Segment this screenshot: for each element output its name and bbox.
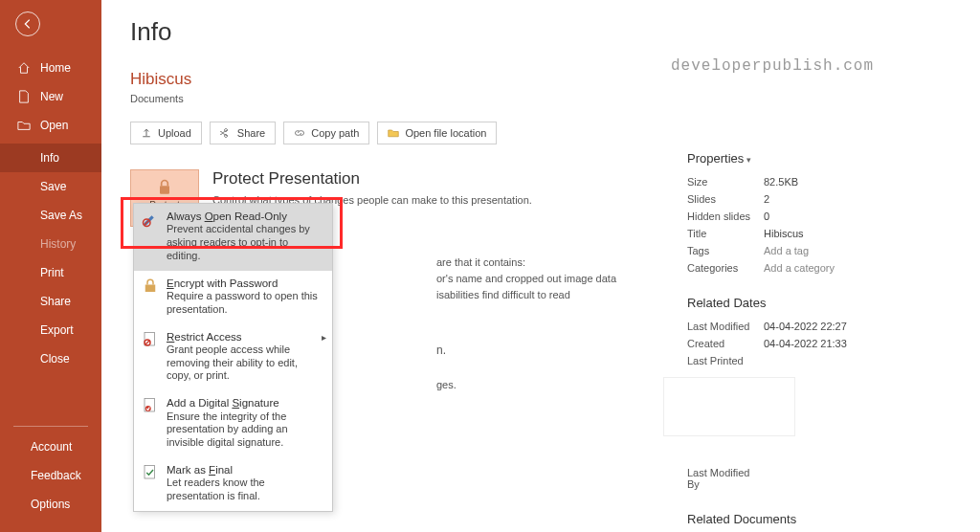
read-only-icon <box>142 211 159 228</box>
related-dates-heading: Related Dates <box>687 296 980 310</box>
button-label: Upload <box>158 127 191 139</box>
sidebar-label: Home <box>40 61 71 75</box>
restrict-icon <box>142 331 159 348</box>
button-label: Share <box>237 127 265 139</box>
sidebar-item-info[interactable]: Info <box>0 144 101 172</box>
sidebar-label: Open <box>40 119 68 132</box>
link-icon <box>294 127 305 139</box>
backstage-sidebar: Home New Open Info Save Save As History … <box>0 0 101 532</box>
menu-item-encrypt-with-password[interactable]: Encrypt with Password Require a password… <box>134 271 332 324</box>
sidebar-label: Info <box>40 151 59 165</box>
sidebar-label: Save As <box>40 209 82 222</box>
prop-hidden: 0 <box>764 211 769 222</box>
sidebar-item-options[interactable]: Options <box>0 490 101 519</box>
prop-last-modified: 04-04-2022 22:27 <box>764 321 847 332</box>
obscured-text: are that it contains: or's name and crop… <box>436 255 616 393</box>
protect-heading: Protect Presentation <box>212 169 532 188</box>
menu-item-add-digital-signature[interactable]: Add a Digital Signature Ensure the integ… <box>134 390 332 457</box>
sidebar-item-export[interactable]: Export <box>0 316 101 344</box>
command-bar: Upload Share Copy path Open file locatio… <box>130 122 980 144</box>
svg-rect-9 <box>145 465 155 478</box>
upload-icon <box>141 127 152 139</box>
lock-icon <box>155 178 174 197</box>
sidebar-label: Share <box>40 295 71 308</box>
menu-item-always-open-read-only[interactable]: Always Open Read-Only Prevent accidental… <box>134 204 332 271</box>
document-path: Documents <box>130 93 980 104</box>
sidebar-item-feedback[interactable]: Feedback <box>0 461 101 490</box>
prop-tags[interactable]: Add a tag <box>764 245 809 256</box>
home-icon <box>17 61 31 75</box>
upload-button[interactable]: Upload <box>130 122 202 144</box>
prop-size: 82.5KB <box>764 176 798 188</box>
encrypt-icon <box>142 277 159 295</box>
svg-rect-3 <box>145 284 156 292</box>
sidebar-label: New <box>40 90 63 103</box>
prop-categories[interactable]: Add a category <box>764 262 835 274</box>
sidebar-separator <box>13 426 88 427</box>
related-documents-heading: Related Documents <box>687 512 980 526</box>
sidebar-item-new[interactable]: New <box>0 82 101 111</box>
new-icon <box>17 90 31 103</box>
author-placeholder <box>663 377 795 436</box>
properties-heading[interactable]: Properties <box>687 151 980 166</box>
menu-item-mark-as-final[interactable]: Mark as Final Let readers know the prese… <box>134 457 332 511</box>
sidebar-item-account[interactable]: Account <box>0 432 101 461</box>
prop-created: 04-04-2022 21:33 <box>764 338 847 349</box>
sidebar-item-save[interactable]: Save <box>0 172 101 201</box>
properties-panel: Properties Size82.5KB Slides2 Hidden sli… <box>687 151 980 532</box>
watermark: developerpublish.com <box>671 57 874 75</box>
share-button[interactable]: Share <box>210 122 276 144</box>
open-file-location-button[interactable]: Open file location <box>377 122 497 144</box>
sidebar-item-saveas[interactable]: Save As <box>0 201 101 230</box>
open-icon <box>17 119 31 132</box>
back-button[interactable] <box>15 11 40 36</box>
button-label: Open file location <box>405 127 486 139</box>
sidebar-label: Export <box>40 323 74 337</box>
arrow-left-icon <box>21 17 34 31</box>
sidebar-item-close[interactable]: Close <box>0 344 101 373</box>
share-icon <box>220 127 232 139</box>
sidebar-label: History <box>40 237 76 251</box>
button-label: Copy path <box>311 127 359 139</box>
sidebar-item-open[interactable]: Open <box>0 111 101 140</box>
prop-title[interactable]: Hibiscus <box>764 228 804 239</box>
sidebar-item-history[interactable]: History <box>0 230 101 258</box>
sidebar-label: Print <box>40 266 64 279</box>
mark-final-icon <box>142 464 159 481</box>
svg-rect-0 <box>160 186 169 193</box>
submenu-arrow-icon: ▸ <box>322 332 326 343</box>
page-title: Info <box>130 17 980 47</box>
sidebar-item-share[interactable]: Share <box>0 287 101 316</box>
folder-icon <box>388 127 399 139</box>
protect-presentation-menu: Always Open Read-Only Prevent accidental… <box>133 203 333 512</box>
prop-slides: 2 <box>764 193 769 205</box>
signature-icon <box>142 397 159 414</box>
sidebar-label: Save <box>40 180 66 193</box>
copy-path-button[interactable]: Copy path <box>283 122 369 144</box>
sidebar-label: Close <box>40 352 70 366</box>
menu-item-restrict-access[interactable]: Restrict Access Grant people access whil… <box>134 324 332 391</box>
sidebar-item-print[interactable]: Print <box>0 258 101 287</box>
sidebar-item-home[interactable]: Home <box>0 54 101 82</box>
